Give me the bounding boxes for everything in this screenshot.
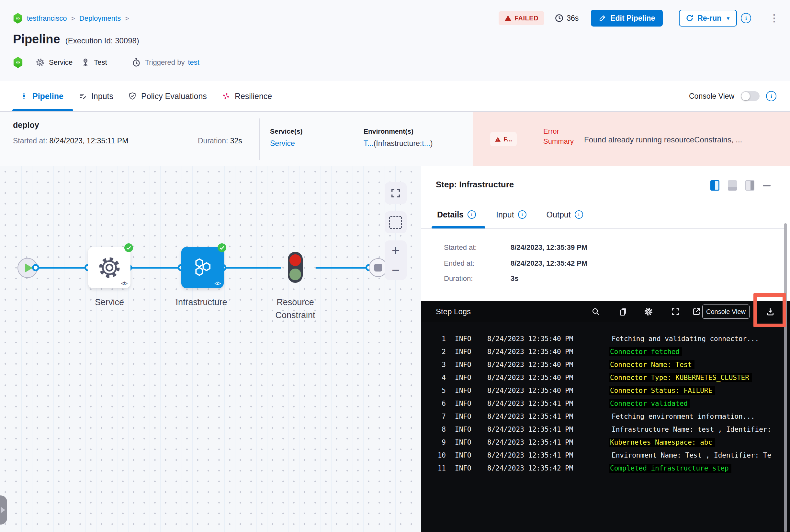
service-link[interactable]: Service xyxy=(270,139,302,148)
log-line-number: 10 xyxy=(421,452,446,459)
environment-value[interactable]: T...(Infrastructure:t...) xyxy=(364,139,433,148)
log-message: Connector Status: FAILURE xyxy=(609,386,715,395)
zoom-in-button[interactable]: + xyxy=(392,244,400,257)
layout-bottom-view-button[interactable] xyxy=(728,180,737,191)
log-message: Fetching environment information... xyxy=(612,413,755,420)
clock-icon xyxy=(555,14,564,23)
stage-summary-band: deploy Started at: 8/24/2023, 12:35:11 P… xyxy=(0,112,790,166)
execution-tabbar: Pipeline Inputs Policy Evaluations Resil… xyxy=(0,81,790,112)
log-line-number: 9 xyxy=(421,438,446,446)
breadcrumb-deployments-link[interactable]: Deployments xyxy=(79,14,121,23)
expand-fullscreen-icon[interactable] xyxy=(670,306,681,317)
tab-output[interactable]: Outputi xyxy=(547,210,583,220)
minimize-panel-button[interactable] xyxy=(763,185,771,186)
success-check-icon xyxy=(124,243,133,252)
vertical-scrollbar[interactable] xyxy=(784,223,787,532)
fit-to-screen-button[interactable] xyxy=(385,182,407,204)
detail-value: 8/24/2023, 12:35:39 PM xyxy=(511,243,587,252)
gear-icon xyxy=(97,255,122,280)
tab-inputs[interactable]: Inputs xyxy=(78,92,113,101)
expand-left-panel-tab[interactable] xyxy=(0,495,7,525)
layout-minimized-view-button[interactable] xyxy=(745,180,754,191)
log-level: INFO xyxy=(455,374,474,381)
log-level: INFO xyxy=(455,425,474,433)
console-view-button[interactable]: Console View xyxy=(702,304,750,319)
info-icon[interactable]: i xyxy=(575,210,583,219)
rerun-button[interactable]: Re-run ▼ xyxy=(679,10,737,26)
tab-resilience[interactable]: Resilience xyxy=(222,92,272,101)
open-external-icon[interactable] xyxy=(691,306,702,317)
node-label-resource-constraint: Resource Constraint xyxy=(266,296,325,322)
log-row: 5 INFO 8/24/2023 12:35:40 PM Connector S… xyxy=(421,384,790,397)
console-view-toggle[interactable] xyxy=(741,91,759,101)
log-message: Connector fetched xyxy=(609,347,682,356)
search-icon[interactable] xyxy=(590,306,601,317)
stopwatch-icon xyxy=(131,57,141,68)
layout-right-view-button[interactable] xyxy=(710,180,719,191)
console-view-control: Console View i xyxy=(689,81,776,111)
execution-id: (Execution Id: 30098) xyxy=(66,36,139,45)
log-timestamp: 8/24/2023 12:35:41 PM xyxy=(487,425,575,433)
success-check-icon xyxy=(218,243,226,252)
copy-icon[interactable] xyxy=(618,306,629,317)
step-panel-title: Step: Infrastructure xyxy=(436,179,514,190)
marquee-select-button[interactable] xyxy=(385,211,407,233)
log-message: Connector Type: KUBERNETES_CLUSTER xyxy=(609,373,752,382)
page-title: Pipeline xyxy=(13,32,60,46)
tab-policy-evaluations[interactable]: Policy Evaluations xyxy=(128,92,207,101)
services-column: Service(s) Service xyxy=(270,128,302,148)
download-logs-button[interactable] xyxy=(763,304,778,319)
resource-constraint-node[interactable] xyxy=(288,252,303,283)
detail-value: 8/24/2023, 12:35:42 PM xyxy=(511,259,587,268)
tab-input[interactable]: Inputi xyxy=(496,210,527,220)
gear-icon xyxy=(35,58,45,67)
divider xyxy=(259,118,260,160)
pipeline-meta-row: ∞ Service Test Triggered by test xyxy=(13,54,199,71)
log-message: Connector Name: Test xyxy=(609,360,695,369)
edit-pipeline-button[interactable]: Edit Pipeline xyxy=(591,10,663,26)
info-icon[interactable]: i xyxy=(766,91,776,101)
log-rows[interactable]: 1 INFO 8/24/2023 12:35:40 PM Fetching an… xyxy=(421,332,790,475)
log-timestamp: 8/24/2023 12:35:40 PM xyxy=(487,335,575,343)
tab-details[interactable]: Detailsi xyxy=(437,210,476,220)
stage-duration: Duration: 32s xyxy=(198,136,242,145)
log-row: 10 INFO 8/24/2023 12:35:41 PM Environmen… xyxy=(421,449,790,462)
log-line-number: 5 xyxy=(421,387,446,395)
tabs: Pipeline Inputs Policy Evaluations Resil… xyxy=(20,81,272,111)
panel-layout-controls xyxy=(710,180,771,191)
log-timestamp: 8/24/2023 12:35:41 PM xyxy=(487,452,575,459)
services-label: Service(s) xyxy=(270,128,302,135)
edge-connector xyxy=(316,267,367,269)
log-level: INFO xyxy=(455,361,474,368)
stage-name[interactable]: deploy xyxy=(13,120,39,130)
fullscreen-icon xyxy=(390,188,401,199)
settings-gear-icon[interactable] xyxy=(643,306,654,317)
more-options-menu[interactable]: ⋮ xyxy=(769,16,779,20)
log-line-number: 2 xyxy=(421,348,446,356)
environment-meta-label[interactable]: Test xyxy=(94,58,107,66)
log-timestamp: 8/24/2023 12:35:41 PM xyxy=(487,400,575,407)
trigger-user-link[interactable]: test xyxy=(188,58,199,66)
info-icon[interactable]: i xyxy=(518,210,527,219)
log-timestamp: 8/24/2023 12:35:40 PM xyxy=(487,348,575,356)
log-timestamp: 8/24/2023 12:35:41 PM xyxy=(487,438,575,446)
title-row: Pipeline (Execution Id: 30098) xyxy=(13,32,139,46)
tab-pipeline[interactable]: Pipeline xyxy=(20,92,63,101)
error-summary-band: F... Error Summary Found already running… xyxy=(473,112,790,166)
stop-icon xyxy=(374,264,382,271)
chevron-right-icon: > xyxy=(71,15,75,22)
breadcrumb-account-link[interactable]: testfrancisco xyxy=(27,14,67,23)
console-view-label: Console View xyxy=(689,92,734,101)
service-step-node[interactable]: </> xyxy=(88,247,130,288)
shield-check-icon xyxy=(128,92,136,101)
log-level: INFO xyxy=(455,387,474,395)
infrastructure-step-node[interactable]: </> xyxy=(181,247,224,288)
pipeline-graph-canvas[interactable]: </> </> Service Infrastructure Resource … xyxy=(0,166,421,532)
info-icon[interactable]: i xyxy=(467,210,476,219)
red-light-icon xyxy=(290,254,301,266)
zoom-out-button[interactable]: − xyxy=(392,264,400,277)
service-meta-label[interactable]: Service xyxy=(49,58,73,66)
log-message: Fetching and validating connector... xyxy=(612,335,759,343)
active-tab-underline xyxy=(12,109,73,111)
info-icon[interactable]: i xyxy=(741,13,751,23)
